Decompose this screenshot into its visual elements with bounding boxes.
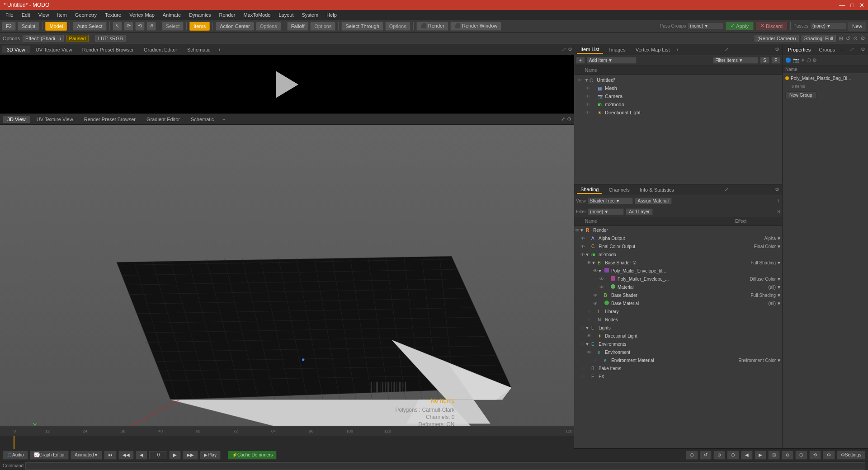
play-label-btn[interactable]: ▶ Play (200, 451, 220, 460)
audio-btn[interactable]: 🎵 Audio (3, 451, 28, 460)
panel-expand-icon[interactable]: ⤢ (725, 47, 729, 52)
effect-mat[interactable]: (all)▼ (768, 285, 781, 290)
shader-lights[interactable]: 👁 ▼ L Lights (574, 324, 782, 332)
tab-shading[interactable]: Shading (577, 186, 602, 194)
vis-alpha[interactable]: 👁 (580, 236, 585, 241)
shader-poly-sub[interactable]: 👁 Poly_Mailer_Envelope_... Diffuse Color… (574, 275, 782, 283)
falloff-button[interactable]: Falloff (287, 22, 309, 31)
vis-icon-untitled[interactable]: 👁 (576, 78, 583, 83)
panel-gear-icon[interactable]: ⚙ (775, 47, 779, 52)
props-icon2[interactable]: 📷 (793, 57, 799, 63)
shader-alpha[interactable]: 👁 A Alpha Output Alpha▼ (574, 234, 782, 242)
vis-pp[interactable]: 👁 (593, 268, 598, 273)
step-back-btn[interactable]: ◀◀ (118, 451, 134, 460)
shader-material[interactable]: 👁 Material (all)▼ (574, 283, 782, 291)
shading-expand-icon[interactable]: ⤢ (724, 187, 728, 193)
vis-render[interactable]: 👁 (575, 228, 580, 233)
select-button[interactable]: Select (162, 22, 184, 31)
tab-schematic-sub[interactable]: Schematic (186, 116, 218, 123)
minimize-btn[interactable]: — (839, 2, 845, 9)
vis-bm[interactable]: 👁 (593, 301, 598, 306)
new-button[interactable]: New (848, 22, 866, 31)
shader-tree-dropdown[interactable]: Shader Tree ▼ (588, 197, 633, 204)
menu-help[interactable]: Help (323, 11, 340, 19)
animated-dropdown[interactable]: Animated ▼ (71, 451, 102, 460)
tb2-icon4[interactable]: ⚙ (860, 35, 865, 42)
shader-bake[interactable]: 👁 B Bake Items (574, 364, 782, 372)
tab-info-stats[interactable]: Info & Statistics (636, 186, 678, 193)
effect-ps[interactable]: Diffuse Color▼ (750, 277, 781, 282)
f2-button[interactable]: F2 (2, 22, 16, 31)
props-icon4[interactable]: ⬡ (807, 57, 811, 63)
transform-scale-btn[interactable]: ⟲ (135, 22, 145, 31)
vp-expand-icon[interactable]: ⤢ (562, 47, 566, 52)
cmd-input[interactable] (25, 462, 865, 470)
props-icon5[interactable]: ⚙ (812, 57, 817, 63)
tab-render-preset-sub[interactable]: Render Preset Browser (80, 116, 140, 123)
transform-rotate-btn[interactable]: ⟳ (124, 22, 133, 31)
vis-dl[interactable]: 👁 (587, 334, 591, 338)
vis-bs[interactable]: 👁 (587, 260, 591, 265)
tab-3d-view-sub[interactable]: 3D View (3, 116, 30, 123)
add-layer-btn[interactable]: Add Layer (626, 208, 653, 215)
tree-item-light[interactable]: 👁 ☀ Directional Light (575, 108, 781, 117)
vis-bs2[interactable]: 👁 (593, 293, 598, 298)
props-icon1[interactable]: 🔵 (785, 57, 792, 63)
shader-dir-light[interactable]: 👁 ☀ Directional Light (574, 332, 782, 340)
tab-channels[interactable]: Channels (605, 186, 633, 193)
tab-uv-sub[interactable]: UV Texture View (32, 116, 78, 123)
shader-base-shader2[interactable]: 👁 B Base Shader Full Shading▼ (574, 291, 782, 299)
transform-move-btn[interactable]: ↖ (113, 22, 122, 31)
prev-frame-btn[interactable]: ⏮ (104, 451, 117, 460)
play-reverse-btn[interactable]: ◀ (136, 451, 147, 460)
shading-gear-icon[interactable]: ⚙ (775, 187, 779, 193)
shader-poly-parent[interactable]: 👁 ▼ Poly_Mailer_Envelope_bl... (574, 267, 782, 275)
group-item-poly[interactable]: Poly_Mailer_Plastic_Bag_Bl... (783, 73, 868, 83)
window-controls[interactable]: — □ ✕ (839, 2, 864, 9)
action-center-button[interactable]: Action Center (216, 22, 254, 31)
effect-bs[interactable]: Full Shading▼ (751, 260, 782, 265)
bottom-icon1[interactable]: ⬡ (686, 451, 698, 460)
add-group-btn[interactable]: + (840, 47, 843, 52)
step-forward-btn[interactable]: ▶ (169, 451, 181, 460)
vis-fx[interactable]: 👁 (580, 374, 585, 379)
shader-fx[interactable]: 👁 F FX (574, 372, 782, 381)
shader-base-shader[interactable]: 👁 ▼ B Base Shader ② Full Shading▼ (574, 258, 782, 267)
add-item-btn[interactable]: + (576, 57, 585, 64)
tree-item-m2modo[interactable]: 👁 m m2modo (575, 100, 781, 108)
render-button[interactable]: ⬛ Render (416, 22, 448, 31)
tab-images[interactable]: Images (606, 46, 629, 53)
falloff-options-button[interactable]: Options (310, 22, 335, 31)
vis-mat[interactable]: 👁 (599, 285, 604, 290)
new-group-button[interactable]: New Group (785, 91, 816, 99)
shader-m2modo[interactable]: 👁 ▼ m m2modo (574, 250, 782, 258)
menu-animate[interactable]: Animate (159, 11, 184, 19)
shader-library[interactable]: 👁 L Library (574, 307, 782, 315)
add-item-dropdown[interactable]: Add Item ▼ (587, 57, 637, 64)
bottom-icon10[interactable]: ⟲ (809, 451, 821, 460)
vis-fc[interactable]: 👁 (580, 244, 585, 249)
menu-item[interactable]: Item (53, 11, 70, 19)
menu-maxtomodo[interactable]: MaxToModo (240, 11, 274, 19)
vis-ps[interactable]: 👁 (599, 277, 604, 282)
filter-items-dropdown[interactable]: Filter Items ▼ (713, 57, 758, 64)
shader-nodes[interactable]: 👁 N Nodes (574, 315, 782, 324)
frame-input[interactable]: 0 (149, 451, 167, 459)
vis-icon-m2modo[interactable]: 👁 (584, 102, 591, 107)
bottom-icon9[interactable]: ⬡ (795, 451, 807, 460)
bottom-icon7[interactable]: ⊞ (768, 451, 780, 460)
shader-environments[interactable]: 👁 ▼ E Environments (574, 340, 782, 348)
tree-item-untitled[interactable]: 👁 ▼ ⬡ Untitled* (575, 76, 781, 84)
sculpt-button[interactable]: Sculpt (18, 22, 40, 31)
timeline-track[interactable] (0, 436, 574, 449)
menu-texture[interactable]: Texture (101, 11, 125, 19)
effect-alpha[interactable]: Alpha▼ (764, 236, 781, 241)
tree-item-mesh[interactable]: 👁 ▦ Mesh (575, 84, 781, 92)
bottom-icon4[interactable]: ⬡ (727, 451, 739, 460)
tab-properties[interactable]: Properties (785, 46, 813, 53)
assign-material-btn[interactable]: Assign Material (635, 197, 672, 204)
vis-lights[interactable]: 👁 (580, 325, 585, 330)
tab-render-preset[interactable]: Render Preset Browser (78, 46, 138, 53)
menu-layout[interactable]: Layout (275, 11, 297, 19)
bottom-icon3[interactable]: ⊙ (713, 451, 725, 460)
